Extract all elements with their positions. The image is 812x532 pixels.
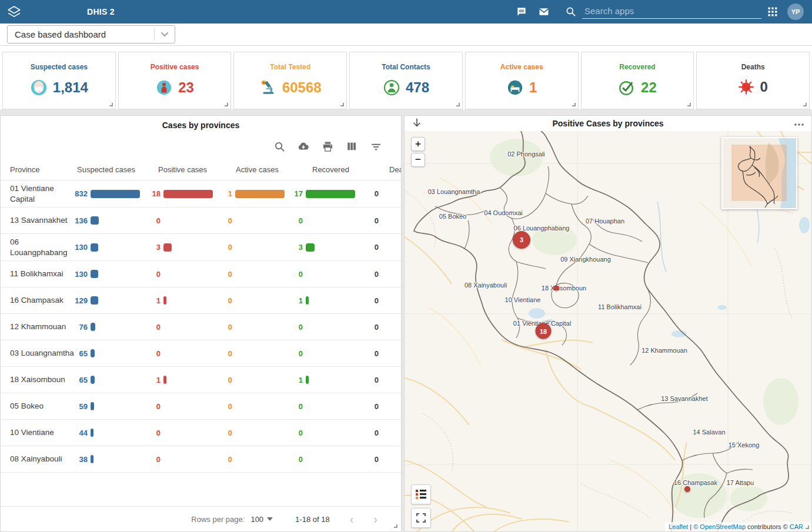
prev-page-button[interactable]: ‹	[350, 513, 354, 525]
positive-cell: 0	[148, 429, 219, 437]
map-canvas[interactable]: + −	[405, 131, 811, 531]
columns-icon[interactable]	[346, 140, 357, 152]
suspected-cell: 76	[75, 323, 148, 332]
province-map-label: 08 Xainyabouli	[465, 282, 507, 289]
col-header-deaths[interactable]: Deaths	[360, 165, 402, 174]
card-suspected-cases: Suspected cases 1,814	[2, 52, 116, 109]
province-map-label: 07 Houaphan	[586, 218, 624, 225]
resize-handle[interactable]	[572, 103, 576, 106]
resize-handle[interactable]	[340, 103, 344, 106]
province-cell: 10 Vientiane	[1, 427, 75, 438]
recovered-cell: 0	[290, 323, 360, 332]
more-options-icon[interactable]	[794, 118, 804, 129]
resize-handle[interactable]	[803, 103, 807, 106]
active-cell: 0	[219, 402, 290, 411]
suspected-bar	[91, 216, 99, 225]
rows-per-page-select[interactable]: 100	[250, 515, 273, 524]
card-deaths: Deaths 0	[696, 52, 810, 109]
card-label: Total Contacts	[350, 63, 462, 71]
province-map-label: 18 Xaisomboun	[542, 285, 586, 292]
attribution-text: contributors ©	[746, 523, 790, 530]
dashboard-select[interactable]: Case based dashboard	[7, 25, 175, 44]
province-map-label: 04 Oudomxai	[484, 209, 522, 216]
active-cell: 0	[219, 216, 290, 225]
fullscreen-button[interactable]	[411, 508, 431, 528]
deaths-cell: 0	[360, 376, 401, 384]
dhis2-logo[interactable]	[0, 4, 28, 19]
overview-inset-map[interactable]	[721, 137, 797, 209]
table-row: 06 Louangphabang1303030	[1, 234, 401, 261]
active-bar	[235, 190, 285, 198]
recovered-cell: 3	[290, 243, 360, 252]
case-count-marker[interactable]: 3	[513, 231, 530, 249]
positive-cell: 0	[148, 216, 219, 225]
map-panel: Positive Cases by provinces	[404, 115, 812, 532]
suspected-cell: 59	[75, 402, 148, 411]
dashboard-bar: Case based dashboard	[0, 24, 812, 46]
download-arrow-icon[interactable]	[412, 118, 422, 131]
col-header-active[interactable]: Active cases	[219, 165, 290, 174]
interpretations-icon[interactable]	[510, 6, 533, 18]
messages-icon[interactable]	[533, 6, 555, 18]
positive-cell: 1	[148, 296, 219, 305]
table-search-icon[interactable]	[273, 140, 285, 152]
resize-handle[interactable]	[109, 103, 113, 106]
col-header-positive[interactable]: Positive cases	[148, 165, 219, 174]
province-cell: 12 Khammouan	[1, 322, 75, 332]
table-row: 11 Bolikhamxai1300000	[1, 261, 401, 287]
recovered-bar	[306, 376, 309, 384]
check-circle-icon	[618, 79, 636, 96]
legend-toggle-button[interactable]	[411, 484, 431, 504]
apps-grid-icon[interactable]	[761, 6, 784, 18]
col-header-suspected[interactable]: Suspected cases	[75, 165, 148, 174]
card-value: 0	[760, 79, 767, 95]
suspected-cell: 44	[75, 429, 148, 437]
table-row: 03 Louangnamtha650000	[1, 340, 401, 367]
zoom-in-button[interactable]: +	[411, 137, 425, 151]
resize-handle[interactable]	[687, 103, 691, 106]
case-dot-marker[interactable]	[684, 486, 690, 492]
next-page-button[interactable]: ›	[373, 513, 377, 525]
zoom-out-button[interactable]: −	[411, 153, 425, 167]
province-cell: 08 Xainyabouli	[1, 454, 75, 464]
suspected-bar	[91, 270, 98, 278]
recovered-cell: 0	[290, 216, 360, 225]
print-icon[interactable]	[322, 140, 333, 152]
card-value: 60568	[282, 79, 322, 96]
card-label: Deaths	[697, 63, 809, 71]
province-cell: 06 Louangphabang	[1, 237, 75, 257]
kpi-cards-row: Suspected cases 1,814 Positive cases 23 …	[0, 46, 812, 109]
suspected-cell: 38	[75, 455, 148, 464]
deaths-cell: 0	[360, 429, 401, 437]
avatar[interactable]: YP	[787, 4, 804, 20]
dashboard-select-value: Case based dashboard	[8, 29, 154, 39]
map-title: Positive Cases by provinces	[405, 119, 811, 128]
leaflet-link[interactable]: Leaflet	[669, 523, 688, 530]
province-map-label: 09 Xiangkhouang	[560, 256, 611, 263]
province-map-label: 03 Louangnamtha	[428, 188, 480, 195]
case-count-marker[interactable]: 18	[536, 323, 552, 339]
active-cell: 0	[219, 429, 290, 437]
layers-icon	[6, 4, 22, 19]
filter-icon[interactable]	[370, 140, 382, 152]
resize-handle[interactable]	[456, 103, 460, 106]
case-dot-marker[interactable]	[554, 286, 559, 291]
col-header-province[interactable]: Province	[1, 165, 75, 174]
map-header: Positive Cases by provinces	[405, 116, 811, 131]
suspected-bar	[91, 429, 93, 437]
resize-handle[interactable]	[806, 526, 809, 529]
positive-cell: 18	[148, 189, 219, 198]
search-apps-input[interactable]	[582, 5, 761, 19]
table-toolbar	[1, 130, 401, 152]
osm-link[interactable]: © OpenStreetMap	[693, 523, 746, 530]
resize-handle[interactable]	[394, 524, 397, 528]
table-row: 18 Xaisomboun651010	[1, 367, 401, 393]
search-icon	[560, 6, 582, 18]
col-header-recovered[interactable]: Recovered	[290, 165, 360, 174]
suspected-cell: 832	[75, 189, 148, 198]
rows-per-page-value: 100	[250, 515, 263, 524]
carto-link[interactable]: CAR	[790, 523, 803, 530]
download-icon[interactable]	[298, 140, 309, 152]
resize-handle[interactable]	[225, 103, 228, 106]
province-map-label: 11 Bolikhamxai	[598, 303, 641, 310]
